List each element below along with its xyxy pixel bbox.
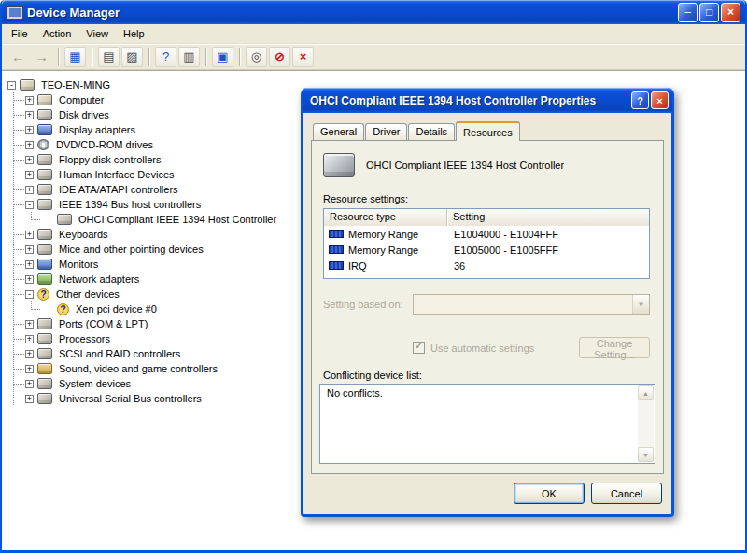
tab-details[interactable]: Details [408, 123, 455, 140]
forward-icon[interactable]: → [31, 47, 52, 67]
scroll-down-icon[interactable]: ▼ [638, 447, 654, 462]
expand-icon[interactable]: + [25, 320, 34, 329]
tree-item-label[interactable]: Mice and other pointing devices [56, 243, 206, 256]
export-list-icon[interactable]: ▥ [178, 47, 200, 67]
menu-view[interactable]: View [78, 26, 116, 41]
tree-item-label[interactable]: IEEE 1394 Bus host controllers [56, 198, 204, 211]
tree-item-label[interactable]: Ports (COM & LPT) [56, 317, 150, 330]
dialog-titlebar[interactable]: OHCI Compliant IEEE 1394 Host Controller… [303, 88, 672, 113]
disable-device-icon[interactable]: ⊘ [269, 47, 290, 67]
expand-icon[interactable]: + [25, 365, 34, 373]
print-icon[interactable]: ▨ [121, 47, 143, 67]
window-titlebar[interactable]: Device Manager – □ × [2, 0, 745, 24]
tree-item-label[interactable]: Universal Serial Bus controllers [56, 392, 204, 405]
expand-icon[interactable]: + [25, 380, 34, 388]
memory-chip-icon [329, 230, 344, 238]
use-automatic-checkbox: ✓ [413, 342, 425, 354]
collapse-icon[interactable]: - [25, 201, 34, 209]
expand-icon[interactable]: + [25, 141, 34, 149]
processor-icon [37, 333, 52, 344]
computer-icon [37, 94, 52, 105]
expand-icon[interactable]: + [25, 245, 34, 254]
resource-type-header[interactable]: Resource type [324, 209, 447, 226]
tree-item-label[interactable]: Floppy disk controllers [56, 153, 163, 166]
keyboard-icon [37, 229, 52, 240]
tree-item-label[interactable]: IDE ATA/ATAPI controllers [56, 183, 181, 196]
cancel-button[interactable]: Cancel [591, 483, 662, 504]
tree-item-label[interactable]: Monitors [56, 258, 101, 271]
tab-general[interactable]: General [313, 123, 364, 140]
tree-item-label[interactable]: Keyboards [56, 228, 111, 241]
resource-row[interactable]: Memory RangeE1004000 - E1004FFF [324, 226, 649, 242]
memory-chip-icon [329, 245, 344, 254]
show-console-tree-icon[interactable]: ▦ [64, 47, 86, 67]
tree-item-label[interactable]: Sound, video and game controllers [56, 362, 220, 375]
device-manager-icon [7, 7, 22, 19]
close-button[interactable]: × [721, 3, 740, 22]
tree-item-label[interactable]: DVD/CD-ROM drives [53, 138, 156, 151]
dialog-close-button[interactable]: × [651, 91, 669, 109]
update-driver-icon[interactable]: ▣ [212, 47, 233, 67]
dialog-tabs: General Driver Details Resources [311, 120, 664, 140]
minimize-button[interactable]: – [678, 3, 698, 22]
menu-action[interactable]: Action [35, 26, 79, 41]
computer-icon [20, 79, 35, 91]
tree-item-label[interactable]: Processors [56, 332, 113, 345]
expand-icon[interactable]: + [25, 335, 34, 343]
tab-resources[interactable]: Resources [456, 121, 520, 141]
expand-icon[interactable]: + [25, 96, 34, 105]
toolbar: ←→▦▤▨?▥▣◎⊘× [2, 44, 745, 70]
tree-item-label[interactable]: Xen pci device #0 [73, 302, 160, 315]
expand-icon[interactable]: + [25, 231, 34, 239]
expand-icon[interactable]: + [25, 156, 34, 164]
help-icon[interactable]: ? [155, 47, 176, 67]
maximize-button[interactable]: □ [699, 3, 719, 22]
setting-header[interactable]: Setting [447, 209, 490, 226]
expand-icon[interactable]: + [25, 350, 34, 358]
toolbar-separator [58, 48, 59, 66]
usb-controller-icon [37, 393, 52, 404]
resource-row[interactable]: Memory RangeE1005000 - E1005FFF [324, 242, 649, 258]
ok-button[interactable]: OK [514, 483, 585, 504]
collapse-icon[interactable]: - [25, 290, 34, 299]
expand-icon[interactable]: + [25, 260, 34, 269]
tree-item-label[interactable]: Human Interface Devices [56, 168, 177, 181]
dvd-drive-icon [37, 139, 49, 150]
tree-item-label[interactable]: TEO-EN-MING [38, 78, 113, 91]
resource-type-cell: IRQ [324, 260, 447, 272]
tab-driver[interactable]: Driver [365, 123, 407, 140]
tree-item-label[interactable]: SCSI and RAID controllers [56, 347, 183, 360]
dialog-help-button[interactable]: ? [631, 91, 649, 109]
expand-icon[interactable]: + [25, 395, 34, 403]
tree-item-label[interactable]: Display adapters [56, 123, 138, 136]
tree-item-label[interactable]: Other devices [53, 287, 122, 301]
resource-type-cell: Memory Range [324, 229, 447, 240]
scan-hardware-icon[interactable]: ◎ [246, 47, 267, 67]
scroll-up-icon[interactable]: ▲ [638, 385, 654, 400]
expand-icon[interactable]: + [25, 111, 34, 119]
dialog-footer: OK Cancel [311, 474, 664, 507]
toolbar-separator [205, 48, 206, 66]
resource-row[interactable]: IRQ36 [324, 258, 649, 273]
expand-icon[interactable]: + [25, 171, 34, 179]
tree-item-label[interactable]: Computer [56, 93, 106, 106]
conflict-scrollbar[interactable]: ▲ ▼ [638, 385, 654, 462]
expand-icon[interactable]: + [25, 275, 34, 284]
tree-item-label[interactable]: OHCI Compliant IEEE 1394 Host Controller [76, 213, 279, 226]
menu-help[interactable]: Help [116, 26, 152, 41]
conflicting-device-list-label: Conflicting device list: [323, 370, 650, 381]
conflicting-device-list[interactable]: No conflicts. ▲ ▼ [319, 384, 655, 464]
conflicts-text: No conflicts. [320, 385, 655, 401]
expand-icon[interactable]: + [25, 186, 34, 194]
tree-item-label[interactable]: Network adapters [56, 273, 142, 286]
uninstall-device-icon[interactable]: × [292, 47, 314, 67]
floppy-controller-icon [37, 154, 52, 165]
window-title: Device Manager [27, 6, 678, 20]
expand-icon[interactable]: + [25, 126, 34, 134]
collapse-icon[interactable]: - [7, 81, 16, 90]
tree-item-label[interactable]: System devices [56, 377, 134, 390]
back-icon[interactable]: ← [7, 47, 29, 67]
properties-icon[interactable]: ▤ [98, 47, 120, 67]
menu-file[interactable]: File [4, 26, 35, 41]
tree-item-label[interactable]: Disk drives [56, 108, 112, 121]
